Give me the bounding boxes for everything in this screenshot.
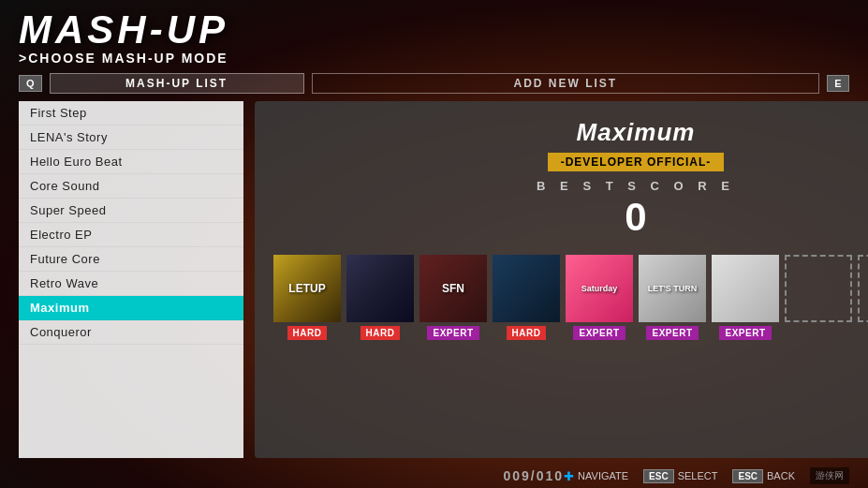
back-icon: ESC [732,469,763,483]
song-card-7[interactable] [785,255,852,322]
back-label: BACK [767,470,795,481]
song-thumb-5: LET'S TURN [639,255,706,322]
song-difficulty-label-1: HARD [360,326,401,340]
select-label: SELECT [678,470,718,481]
song-card-6[interactable]: EXPERT [712,255,779,340]
song-card-5[interactable]: LET'S TURNEXPERT [639,255,706,340]
site-logo: 游侠网 [810,467,849,484]
song-card-0[interactable]: LETUPHARD [273,255,341,340]
song-difficulty-label-4: EXPERT [573,326,625,340]
thumb-text-0: LETUP [288,282,325,295]
right-panel: Maximum -DEVELOPER OFFICIAL- B E S T S C… [255,101,868,458]
song-thumb-1 [346,255,414,322]
page-subtitle: >CHOOSE MASH-UP MODE [19,51,849,66]
e-key[interactable]: E [827,75,849,92]
empty-slot-7 [785,255,852,322]
page-indicator: 009/010 [504,468,565,483]
song-difficulty-label-3: HARD [507,326,547,340]
song-card-4[interactable]: SaturdayEXPERT [566,255,633,340]
content-area: First StepLENA's StoryHello Euro BeatCor… [0,97,868,466]
song-thumb-4: Saturday [566,255,633,322]
sidebar-item-conqueror[interactable]: Conqueror [19,320,243,345]
panel-title: Maximum [577,118,696,147]
song-card-2[interactable]: SFNEXPERT [419,255,487,340]
sidebar-item-hello-euro-beat[interactable]: Hello Euro Beat [19,150,243,174]
select-button[interactable]: ESC SELECT [643,469,717,483]
song-difficulty-label-2: EXPERT [427,326,478,340]
sidebar-item-super-speed[interactable]: Super Speed [19,199,243,223]
nav-bar: Q MASH-UP LIST ADD NEW LIST E [0,69,868,97]
song-difficulty-label-6: EXPERT [719,326,771,340]
song-card-8[interactable] [858,255,868,322]
best-score-label: B E S T S C O R E [537,179,735,193]
page-title: MASH-UP [19,7,849,52]
sidebar-item-retro-wave[interactable]: Retro Wave [19,272,243,296]
sidebar-item-first-step[interactable]: First Step [19,101,243,126]
main-container: MASH-UP >CHOOSE MASH-UP MODE Q MASH-UP L… [0,0,868,488]
best-score-value: 0 [625,195,646,240]
sidebar-item-lena's-story[interactable]: LENA's Story [19,126,243,150]
song-card-1[interactable]: HARD [346,255,414,340]
thumb-text-2: SFN [442,282,464,295]
thumb-text-4: Saturday [581,284,618,293]
song-thumb-0: LETUP [273,255,341,322]
sidebar-item-electro-ep[interactable]: Electro EP [19,223,243,247]
select-icon: ESC [643,469,674,483]
song-difficulty-label-0: HARD [287,326,328,340]
navigate-button: ✚ NAVIGATE [564,469,628,483]
mash-up-list-button[interactable]: MASH-UP LIST [50,73,304,94]
sidebar: First StepLENA's StoryHello Euro BeatCor… [19,101,243,458]
thumb-text-5: LET'S TURN [648,284,698,293]
song-thumb-3 [493,255,560,322]
add-new-list-button[interactable]: ADD NEW LIST [312,73,819,94]
back-button[interactable]: ESC BACK [732,469,795,483]
empty-slot-8 [858,255,868,322]
footer: 009/010 ✚ NAVIGATE ESC SELECT ESC BACK 游… [0,466,868,488]
footer-right: ✚ NAVIGATE ESC SELECT ESC BACK 游侠网 [564,467,849,484]
songs-row: LETUPHARDHARDSFNEXPERTHARDSaturdayEXPERT… [273,255,868,340]
song-thumb-6 [712,255,779,322]
song-difficulty-label-5: EXPERT [646,326,698,340]
song-card-3[interactable]: HARD [493,255,560,340]
q-key[interactable]: Q [19,75,42,92]
sidebar-item-future-core[interactable]: Future Core [19,247,243,272]
song-thumb-2: SFN [419,255,487,322]
header: MASH-UP >CHOOSE MASH-UP MODE [0,0,868,69]
panel-badge: -DEVELOPER OFFICIAL- [548,153,725,171]
sidebar-item-maximum[interactable]: Maximum [19,296,243,320]
sidebar-item-core-sound[interactable]: Core Sound [19,174,243,199]
navigate-label: NAVIGATE [578,470,628,481]
